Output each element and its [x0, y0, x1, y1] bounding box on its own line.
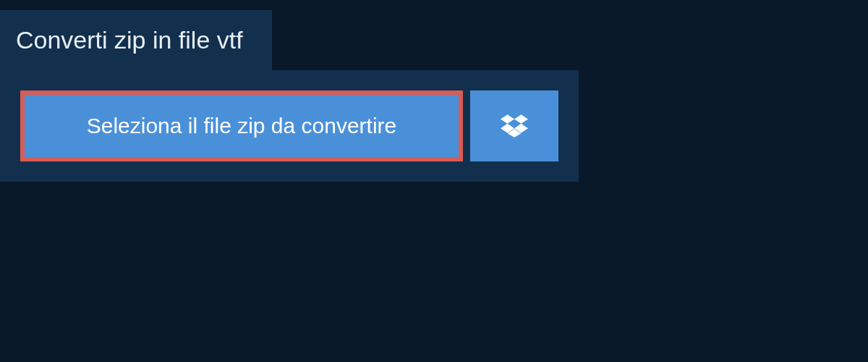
tab-title: Converti zip in file vtf [16, 26, 243, 54]
select-file-button-label: Seleziona il file zip da convertire [87, 114, 397, 138]
converter-tab: Converti zip in file vtf [0, 10, 272, 70]
dropbox-button[interactable] [470, 90, 558, 161]
select-file-button[interactable]: Seleziona il file zip da convertire [20, 90, 463, 161]
dropbox-icon [501, 112, 528, 140]
converter-panel: Seleziona il file zip da convertire [0, 70, 579, 182]
file-select-row: Seleziona il file zip da convertire [20, 90, 558, 161]
